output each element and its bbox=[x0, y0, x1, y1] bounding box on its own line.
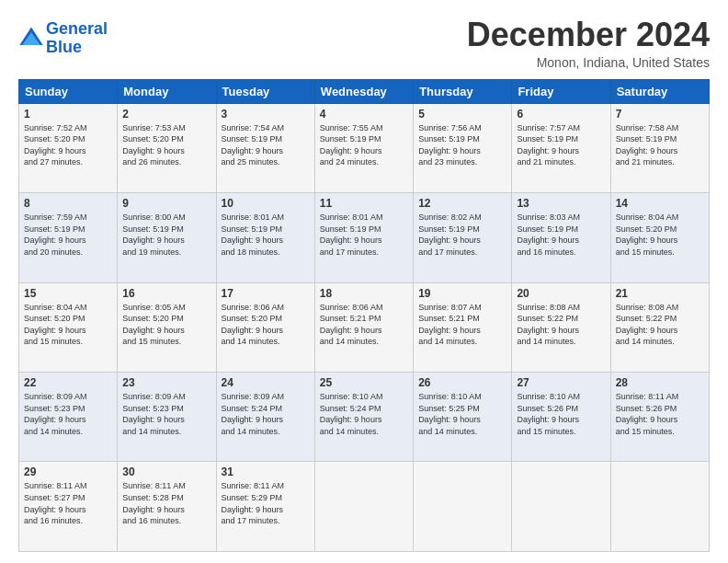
calendar-day-cell: 2Sunrise: 7:53 AM Sunset: 5:20 PM Daylig… bbox=[118, 103, 216, 192]
day-number: 7 bbox=[616, 108, 704, 121]
calendar-day-cell: 12Sunrise: 8:02 AM Sunset: 5:19 PM Dayli… bbox=[414, 193, 512, 282]
calendar-week-row: 22Sunrise: 8:09 AM Sunset: 5:23 PM Dayli… bbox=[19, 373, 710, 462]
day-of-week-header: Thursday bbox=[414, 79, 512, 103]
calendar-day-cell: 7Sunrise: 7:58 AM Sunset: 5:19 PM Daylig… bbox=[610, 103, 709, 192]
day-number: 20 bbox=[517, 287, 605, 300]
logo: General Blue bbox=[18, 20, 108, 57]
day-of-week-header: Sunday bbox=[19, 79, 118, 103]
calendar-header-row: SundayMondayTuesdayWednesdayThursdayFrid… bbox=[19, 79, 710, 103]
day-info: Sunrise: 8:06 AM Sunset: 5:21 PM Dayligh… bbox=[320, 302, 408, 348]
day-number: 23 bbox=[122, 376, 210, 389]
day-of-week-header: Tuesday bbox=[216, 79, 314, 103]
day-info: Sunrise: 8:09 AM Sunset: 5:24 PM Dayligh… bbox=[222, 391, 310, 437]
day-info: Sunrise: 8:02 AM Sunset: 5:19 PM Dayligh… bbox=[418, 212, 506, 258]
day-info: Sunrise: 8:01 AM Sunset: 5:19 PM Dayligh… bbox=[320, 212, 408, 258]
calendar-day-cell: 5Sunrise: 7:56 AM Sunset: 5:19 PM Daylig… bbox=[414, 103, 512, 192]
day-info: Sunrise: 8:00 AM Sunset: 5:19 PM Dayligh… bbox=[122, 212, 210, 258]
day-info: Sunrise: 8:08 AM Sunset: 5:22 PM Dayligh… bbox=[616, 302, 704, 348]
day-info: Sunrise: 8:09 AM Sunset: 5:23 PM Dayligh… bbox=[24, 391, 112, 437]
calendar-day-cell: 18Sunrise: 8:06 AM Sunset: 5:21 PM Dayli… bbox=[314, 282, 413, 372]
calendar-week-row: 1Sunrise: 7:52 AM Sunset: 5:20 PM Daylig… bbox=[19, 103, 710, 192]
calendar-week-row: 8Sunrise: 7:59 AM Sunset: 5:19 PM Daylig… bbox=[19, 193, 710, 282]
day-of-week-header: Friday bbox=[512, 79, 610, 103]
day-number: 8 bbox=[24, 197, 112, 210]
calendar-day-cell: 16Sunrise: 8:05 AM Sunset: 5:20 PM Dayli… bbox=[118, 282, 216, 372]
calendar-day-cell: 1Sunrise: 7:52 AM Sunset: 5:20 PM Daylig… bbox=[19, 103, 118, 192]
calendar-day-cell: 31Sunrise: 8:11 AM Sunset: 5:29 PM Dayli… bbox=[216, 462, 314, 552]
day-number: 3 bbox=[222, 108, 310, 121]
day-number: 29 bbox=[24, 465, 112, 478]
calendar-day-cell: 10Sunrise: 8:01 AM Sunset: 5:19 PM Dayli… bbox=[216, 193, 314, 282]
day-number: 10 bbox=[222, 197, 310, 210]
day-info: Sunrise: 7:55 AM Sunset: 5:19 PM Dayligh… bbox=[320, 122, 408, 168]
day-number: 18 bbox=[320, 287, 408, 300]
day-number: 21 bbox=[616, 287, 704, 300]
month-title: December 2024 bbox=[467, 17, 710, 53]
calendar-day-cell: 6Sunrise: 7:57 AM Sunset: 5:19 PM Daylig… bbox=[512, 103, 610, 192]
day-info: Sunrise: 8:09 AM Sunset: 5:23 PM Dayligh… bbox=[122, 391, 210, 437]
calendar-day-cell: 30Sunrise: 8:11 AM Sunset: 5:28 PM Dayli… bbox=[118, 462, 216, 552]
calendar-day-cell: 25Sunrise: 8:10 AM Sunset: 5:24 PM Dayli… bbox=[314, 373, 413, 462]
calendar-day-cell: 27Sunrise: 8:10 AM Sunset: 5:26 PM Dayli… bbox=[512, 373, 610, 462]
calendar-day-cell: 28Sunrise: 8:11 AM Sunset: 5:26 PM Dayli… bbox=[610, 373, 709, 462]
calendar-day-cell: 9Sunrise: 8:00 AM Sunset: 5:19 PM Daylig… bbox=[118, 193, 216, 282]
day-info: Sunrise: 7:52 AM Sunset: 5:20 PM Dayligh… bbox=[24, 122, 112, 168]
day-number: 17 bbox=[222, 287, 310, 300]
day-number: 24 bbox=[222, 376, 310, 389]
calendar-day-cell: 21Sunrise: 8:08 AM Sunset: 5:22 PM Dayli… bbox=[610, 282, 709, 372]
day-info: Sunrise: 8:10 AM Sunset: 5:24 PM Dayligh… bbox=[320, 391, 408, 437]
calendar-day-cell: 20Sunrise: 8:08 AM Sunset: 5:22 PM Dayli… bbox=[512, 282, 610, 372]
calendar-day-cell: 24Sunrise: 8:09 AM Sunset: 5:24 PM Dayli… bbox=[216, 373, 314, 462]
calendar-day-cell: 19Sunrise: 8:07 AM Sunset: 5:21 PM Dayli… bbox=[414, 282, 512, 372]
day-info: Sunrise: 8:11 AM Sunset: 5:27 PM Dayligh… bbox=[24, 480, 112, 526]
day-info: Sunrise: 7:58 AM Sunset: 5:19 PM Dayligh… bbox=[616, 122, 704, 168]
day-of-week-header: Monday bbox=[118, 79, 216, 103]
day-info: Sunrise: 8:05 AM Sunset: 5:20 PM Dayligh… bbox=[122, 302, 210, 348]
day-info: Sunrise: 8:11 AM Sunset: 5:29 PM Dayligh… bbox=[222, 480, 310, 526]
day-number: 27 bbox=[517, 376, 605, 389]
day-info: Sunrise: 8:08 AM Sunset: 5:22 PM Dayligh… bbox=[517, 302, 605, 348]
day-number: 31 bbox=[222, 465, 310, 478]
calendar-day-cell bbox=[610, 462, 709, 552]
day-number: 22 bbox=[24, 376, 112, 389]
calendar-day-cell: 11Sunrise: 8:01 AM Sunset: 5:19 PM Dayli… bbox=[314, 193, 413, 282]
logo-icon bbox=[18, 26, 44, 52]
page: General Blue December 2024 Monon, Indian… bbox=[0, 0, 728, 563]
calendar-day-cell: 15Sunrise: 8:04 AM Sunset: 5:20 PM Dayli… bbox=[19, 282, 118, 372]
calendar-day-cell bbox=[512, 462, 610, 552]
day-number: 19 bbox=[418, 287, 506, 300]
day-info: Sunrise: 8:10 AM Sunset: 5:25 PM Dayligh… bbox=[418, 391, 506, 437]
calendar-week-row: 15Sunrise: 8:04 AM Sunset: 5:20 PM Dayli… bbox=[19, 282, 710, 372]
calendar-day-cell bbox=[314, 462, 413, 552]
day-info: Sunrise: 8:10 AM Sunset: 5:26 PM Dayligh… bbox=[517, 391, 605, 437]
day-info: Sunrise: 7:54 AM Sunset: 5:19 PM Dayligh… bbox=[222, 122, 310, 168]
calendar-day-cell: 17Sunrise: 8:06 AM Sunset: 5:20 PM Dayli… bbox=[216, 282, 314, 372]
calendar-day-cell: 3Sunrise: 7:54 AM Sunset: 5:19 PM Daylig… bbox=[216, 103, 314, 192]
day-number: 4 bbox=[320, 108, 408, 121]
calendar-day-cell: 14Sunrise: 8:04 AM Sunset: 5:20 PM Dayli… bbox=[610, 193, 709, 282]
day-number: 2 bbox=[122, 108, 210, 121]
day-number: 25 bbox=[320, 376, 408, 389]
day-info: Sunrise: 8:03 AM Sunset: 5:19 PM Dayligh… bbox=[517, 212, 605, 258]
day-info: Sunrise: 8:01 AM Sunset: 5:19 PM Dayligh… bbox=[222, 212, 310, 258]
calendar-day-cell: 4Sunrise: 7:55 AM Sunset: 5:19 PM Daylig… bbox=[314, 103, 413, 192]
day-number: 6 bbox=[517, 108, 605, 121]
calendar-day-cell bbox=[414, 462, 512, 552]
day-number: 5 bbox=[418, 108, 506, 121]
day-number: 16 bbox=[122, 287, 210, 300]
day-info: Sunrise: 8:07 AM Sunset: 5:21 PM Dayligh… bbox=[418, 302, 506, 348]
logo-line1: General bbox=[46, 19, 108, 38]
day-info: Sunrise: 8:11 AM Sunset: 5:26 PM Dayligh… bbox=[616, 391, 704, 437]
calendar-day-cell: 22Sunrise: 8:09 AM Sunset: 5:23 PM Dayli… bbox=[19, 373, 118, 462]
day-number: 13 bbox=[517, 197, 605, 210]
calendar-day-cell: 13Sunrise: 8:03 AM Sunset: 5:19 PM Dayli… bbox=[512, 193, 610, 282]
day-number: 1 bbox=[24, 108, 112, 121]
day-number: 11 bbox=[320, 197, 408, 210]
day-number: 28 bbox=[616, 376, 704, 389]
day-info: Sunrise: 8:06 AM Sunset: 5:20 PM Dayligh… bbox=[222, 302, 310, 348]
day-number: 26 bbox=[418, 376, 506, 389]
calendar-day-cell: 23Sunrise: 8:09 AM Sunset: 5:23 PM Dayli… bbox=[118, 373, 216, 462]
header: General Blue December 2024 Monon, Indian… bbox=[18, 17, 710, 70]
day-info: Sunrise: 7:57 AM Sunset: 5:19 PM Dayligh… bbox=[517, 122, 605, 168]
calendar: SundayMondayTuesdayWednesdayThursdayFrid… bbox=[18, 79, 710, 552]
